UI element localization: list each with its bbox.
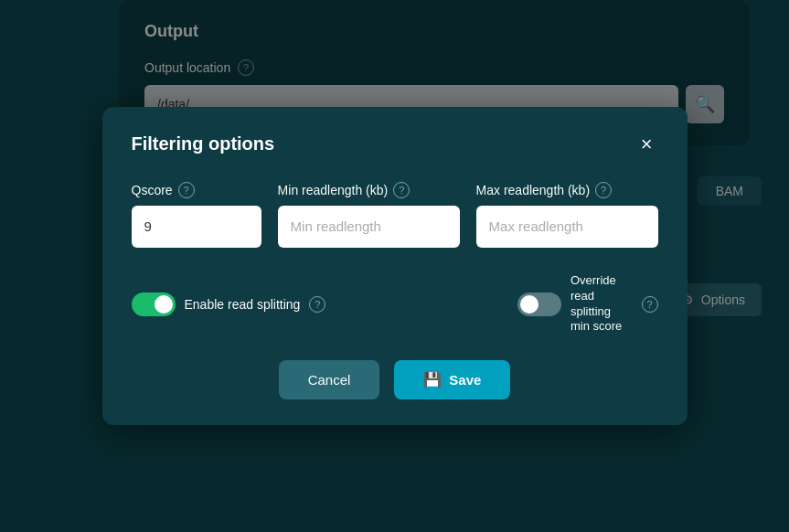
max-readlength-label: Max readlength (kb)	[476, 183, 591, 197]
max-readlength-help-icon[interactable]: ?	[595, 182, 612, 198]
fields-row: Qscore ? Min readlength (kb) ? Max readl…	[132, 182, 658, 248]
modal-header: Filtering options ×	[132, 133, 658, 156]
min-readlength-label-row: Min readlength (kb) ?	[278, 182, 460, 198]
override-read-splitting-group: Override read splitting min score ?	[517, 273, 658, 335]
enable-read-splitting-help-icon[interactable]: ?	[309, 296, 325, 313]
toggles-row: Enable read splitting ? Override read sp…	[132, 273, 658, 335]
save-button-label: Save	[449, 372, 481, 388]
max-readlength-input[interactable]	[476, 206, 658, 248]
override-read-splitting-label: Override read splitting min score	[570, 273, 633, 335]
modal-title: Filtering options	[132, 133, 275, 154]
min-readlength-field-group: Min readlength (kb) ?	[278, 182, 460, 248]
toggle-knob-off	[520, 295, 538, 314]
enable-read-splitting-group: Enable read splitting ?	[132, 293, 326, 316]
save-icon: 💾	[423, 371, 442, 388]
enable-read-splitting-toggle[interactable]	[132, 293, 176, 316]
min-readlength-label: Min readlength (kb)	[278, 183, 389, 197]
override-read-splitting-help-icon[interactable]: ?	[642, 296, 658, 313]
min-readlength-help-icon[interactable]: ?	[393, 182, 410, 198]
override-read-splitting-toggle[interactable]	[517, 293, 561, 316]
enable-read-splitting-label: Enable read splitting	[185, 297, 301, 312]
qscore-label: Qscore	[132, 183, 173, 197]
filtering-options-modal: Filtering options × Qscore ? Min readlen…	[102, 107, 688, 426]
save-button[interactable]: 💾 Save	[394, 360, 510, 399]
qscore-field-group: Qscore ?	[132, 182, 261, 248]
cancel-button[interactable]: Cancel	[279, 360, 380, 399]
min-readlength-input[interactable]	[278, 206, 460, 248]
toggle-knob-on	[155, 295, 173, 314]
qscore-input[interactable]	[132, 206, 261, 248]
close-button[interactable]: ×	[635, 133, 658, 156]
buttons-row: Cancel 💾 Save	[132, 360, 658, 399]
qscore-help-icon[interactable]: ?	[178, 182, 195, 198]
max-readlength-label-row: Max readlength (kb) ?	[476, 182, 658, 198]
modal-overlay: Filtering options × Qscore ? Min readlen…	[0, 0, 789, 532]
max-readlength-field-group: Max readlength (kb) ?	[476, 182, 658, 248]
qscore-label-row: Qscore ?	[132, 182, 261, 198]
